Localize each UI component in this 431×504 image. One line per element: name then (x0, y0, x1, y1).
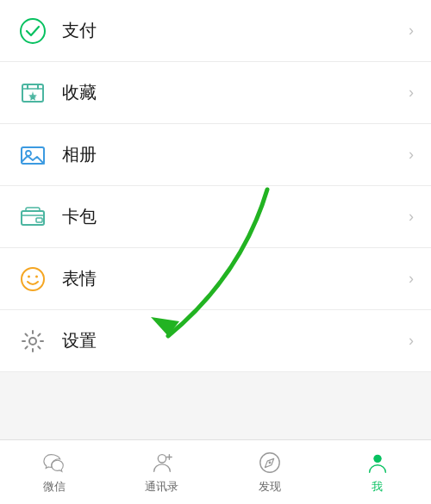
album-icon (17, 140, 48, 171)
contacts-nav-label: 通讯录 (145, 479, 178, 495)
settings-chevron: › (409, 332, 414, 350)
menu-item-emoji[interactable]: 表情 › (0, 248, 431, 310)
wechat-nav-label: 微信 (43, 479, 66, 495)
wechat-nav-icon (41, 450, 67, 476)
svg-point-0 (21, 19, 45, 43)
menu-item-settings[interactable]: 设置 › (0, 310, 431, 372)
nav-item-wechat[interactable]: 微信 (0, 440, 108, 504)
payment-icon (17, 16, 48, 47)
payment-chevron: › (409, 22, 414, 40)
svg-point-4 (26, 151, 31, 156)
menu-item-album[interactable]: 相册 › (0, 124, 431, 186)
album-label: 相册 (62, 143, 402, 166)
emoji-chevron: › (409, 270, 414, 288)
nav-item-contacts[interactable]: 通讯录 (108, 440, 216, 504)
wallet-label: 卡包 (62, 205, 402, 228)
discover-nav-icon (257, 450, 283, 476)
svg-rect-6 (36, 218, 42, 222)
wallet-chevron: › (409, 208, 414, 226)
svg-point-7 (22, 268, 44, 290)
me-nav-label: 我 (372, 479, 383, 495)
wallet-icon (17, 202, 48, 233)
payment-label: 支付 (62, 19, 402, 42)
favorites-label: 收藏 (62, 81, 402, 104)
menu-item-wallet[interactable]: 卡包 › (0, 186, 431, 248)
contacts-nav-icon (149, 450, 175, 476)
svg-point-13 (268, 462, 271, 464)
settings-label: 设置 (62, 329, 402, 352)
svg-point-8 (28, 275, 30, 277)
favorites-icon (17, 78, 48, 109)
nav-item-discover[interactable]: 发现 (216, 440, 323, 504)
favorites-chevron: › (409, 84, 414, 102)
svg-point-11 (158, 455, 166, 463)
svg-point-10 (29, 338, 36, 345)
settings-icon (17, 326, 48, 357)
discover-nav-label: 发现 (259, 479, 281, 495)
emoji-icon (17, 264, 48, 295)
svg-point-14 (373, 455, 381, 463)
emoji-label: 表情 (62, 267, 402, 290)
svg-point-9 (35, 275, 38, 277)
bottom-nav: 微信 通讯录 发现 我 (0, 439, 431, 504)
menu-item-payment[interactable]: 支付 › (0, 0, 431, 62)
album-chevron: › (409, 146, 414, 164)
nav-item-me[interactable]: 我 (323, 440, 431, 504)
menu-item-favorites[interactable]: 收藏 › (0, 62, 431, 124)
me-nav-icon (365, 450, 390, 476)
menu-list: 支付 › 收藏 › 相册 › (0, 0, 431, 372)
